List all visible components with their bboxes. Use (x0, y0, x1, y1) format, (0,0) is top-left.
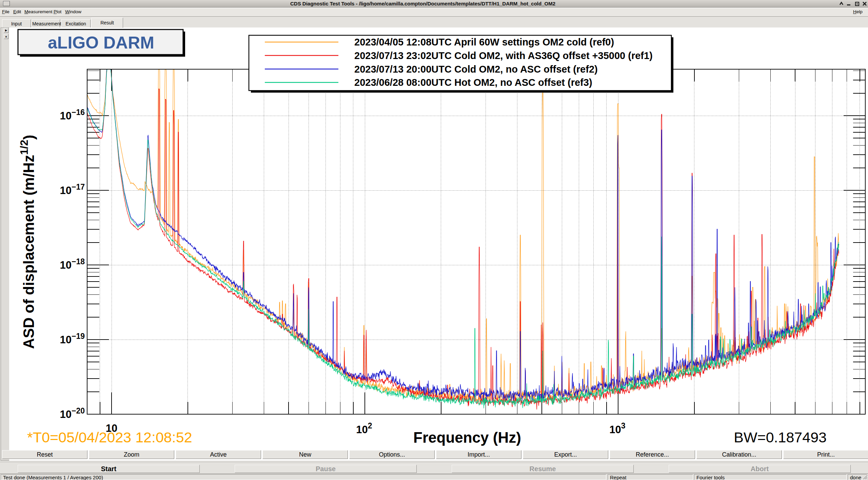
svg-text:2023/06/28 08:00UTC Hot OM2, n: 2023/06/28 08:00UTC Hot OM2, no ASC offs… (354, 77, 592, 88)
svg-text:2023/07/13 20:00UTC Cold OM2,: 2023/07/13 20:00UTC Cold OM2, no ASC off… (354, 64, 598, 75)
svg-text:2023/07/13 23:02UTC Cold OM2,: 2023/07/13 23:02UTC Cold OM2, with AS36Q… (354, 50, 653, 61)
svg-text:2023/04/05 12:08UTC April 60W: 2023/04/05 12:08UTC April 60W settings O… (354, 37, 614, 47)
svg-text:BW=0.187493: BW=0.187493 (734, 429, 827, 445)
svg-text:ASD of displacement (m/Hz1/2): ASD of displacement (m/Hz1/2) (18, 135, 37, 349)
svg-text:aLIGO DARM: aLIGO DARM (48, 33, 154, 52)
svg-text:Frequency (Hz): Frequency (Hz) (413, 429, 521, 446)
svg-text:*T0=05/04/2023 12:08:52: *T0=05/04/2023 12:08:52 (27, 429, 192, 445)
